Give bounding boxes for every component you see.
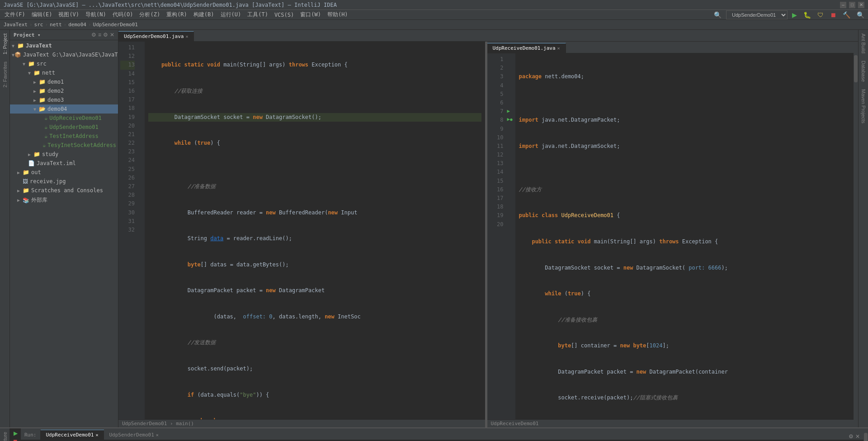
minimize-button[interactable]: – bbox=[840, 2, 846, 8]
tree-nett[interactable]: ▼ 📁 nett bbox=[10, 68, 118, 77]
tree-demo1[interactable]: ▶ 📁 demo1 bbox=[10, 77, 118, 86]
menu-file[interactable]: 文件(F) bbox=[2, 10, 28, 19]
project-panel-tab[interactable]: 1: Project bbox=[1, 32, 9, 56]
run-tab-receiver-label: UdpReceiveDemo01 bbox=[46, 432, 94, 438]
bottom-scrollbar[interactable] bbox=[863, 428, 868, 441]
tree-out[interactable]: ▶ 📁 out bbox=[10, 168, 118, 177]
find-button[interactable]: 🔍 bbox=[855, 10, 866, 19]
sender-editor: 11 12 13 14 15 16 17 18 19 20 21 22 23 2… bbox=[118, 42, 486, 427]
tree-demo2[interactable]: ▶ 📁 demo2 bbox=[10, 86, 118, 95]
maximize-button[interactable]: □ bbox=[849, 2, 855, 8]
tab-sender-close[interactable]: ✕ bbox=[185, 34, 188, 39]
receiver-breadcrumb-text: UdpReceiveDemo01 bbox=[491, 421, 539, 427]
breadcrumb-nett[interactable]: nett bbox=[50, 22, 62, 28]
sender-gutter: · · · · · · · · · · · · · · · bbox=[138, 42, 145, 419]
breadcrumb-demo04[interactable]: demo04 bbox=[68, 22, 86, 28]
bottom-panel-inner: 7: Structure ▶ ⏹ ⏸ ⬇ 🗑 ⬇ Run: UdpReceive… bbox=[0, 428, 868, 441]
tree-study[interactable]: ▶ 📁 study bbox=[10, 150, 118, 159]
menu-navigate[interactable]: 导航(N) bbox=[83, 10, 109, 19]
sender-code-content[interactable]: public static void main(String[] args) t… bbox=[145, 42, 485, 419]
receiver-code-content[interactable]: package nett.demo04; import java.net.Dat… bbox=[515, 53, 854, 419]
run-with-coverage-button[interactable]: 🛡 bbox=[816, 10, 826, 19]
sidebar-close-button[interactable]: ✕ bbox=[110, 32, 114, 38]
tree-src[interactable]: ▼ 📁 src bbox=[10, 59, 118, 68]
tree-demo3[interactable]: ▶ 📁 demo3 bbox=[10, 95, 118, 104]
tree-receive-jpg[interactable]: ▶ 🖼 receive.jpg bbox=[10, 177, 118, 186]
sender-breadcrumb-text: UdpSenderDemo01 › main() bbox=[122, 421, 194, 427]
tree-external-libs[interactable]: ▶ 📚 外部库 bbox=[10, 195, 118, 205]
editor-scrollbar-thumb bbox=[854, 55, 858, 82]
menu-view[interactable]: 视图(V) bbox=[56, 10, 82, 19]
breadcrumb-javatext[interactable]: JavaText bbox=[4, 22, 28, 28]
project-tree: ▼ 📁 JavaText ▼ 📦 JavaText G:\Java\JavaSE… bbox=[10, 40, 118, 427]
run-tab-receiver[interactable]: UdpReceiveDemo01 ✕ bbox=[41, 430, 104, 440]
receiver-tabs-bar: UdpReceiveDemo01.java ✕ bbox=[487, 42, 854, 53]
run-tab-sender-close[interactable]: ✕ bbox=[156, 432, 159, 437]
close-button[interactable]: ✕ bbox=[858, 2, 864, 8]
sidebar-settings-button[interactable]: ⚙ bbox=[103, 32, 108, 38]
run-tab-receiver-close[interactable]: ✕ bbox=[95, 432, 98, 437]
sender-code-body[interactable]: 11 12 13 14 15 16 17 18 19 20 21 22 23 2… bbox=[118, 42, 485, 419]
tab-sender-label: UdpSenderDemo01.java bbox=[124, 33, 184, 39]
ant-build-tab[interactable]: Ant Build bbox=[860, 32, 867, 55]
sidebar-header: Project ▾ ⚙ ≡ ⚙ ✕ bbox=[10, 30, 118, 40]
build-button[interactable]: 🔨 bbox=[841, 10, 852, 19]
menu-help[interactable]: 帮助(H) bbox=[325, 10, 351, 19]
tree-javatext[interactable]: ▼ 📁 JavaText bbox=[10, 41, 118, 50]
maven-projects-tab[interactable]: Maven Projects bbox=[860, 87, 867, 125]
tree-udpsender[interactable]: ▶ ☕ UdpSenderDemo01 bbox=[10, 123, 118, 132]
menu-analyze[interactable]: 分析(Z) bbox=[137, 10, 163, 19]
right-panel-tabs: Ant Build Database Maven Projects bbox=[858, 30, 868, 427]
tree-scratches[interactable]: ▶ 📁 Scratches and Consoles bbox=[10, 186, 118, 195]
structure-tab: 7: Structure bbox=[0, 428, 10, 441]
menu-run[interactable]: 运行(U) bbox=[218, 10, 244, 19]
run-button[interactable]: ▶ bbox=[790, 10, 799, 19]
structure-panel-tab[interactable]: 7: Structure bbox=[1, 430, 9, 441]
menu-edit[interactable]: 编辑(E) bbox=[29, 10, 55, 19]
tab-receiver-close[interactable]: ✕ bbox=[557, 46, 560, 51]
tree-tesyinetsocket[interactable]: ▶ ☕ TesyInetSocketAddress bbox=[10, 141, 118, 150]
run-tab-sender[interactable]: UdpSenderDemo01 ✕ bbox=[104, 430, 164, 440]
tree-testinetaddress[interactable]: ▶ ☕ TestInetAddress bbox=[10, 132, 118, 141]
run-panel-label: Run: bbox=[21, 430, 41, 440]
title-bar: JavaSE [G:\Java\JavaSE] – ...\JavaText\s… bbox=[0, 0, 868, 10]
menu-vcs[interactable]: VCS(S) bbox=[272, 11, 297, 19]
editor-area: UdpSenderDemo01.java ✕ 11 12 13 14 15 16… bbox=[118, 30, 858, 427]
tab-receiver-label: UdpReceiveDemo01.java bbox=[493, 45, 556, 51]
search-everywhere-button[interactable]: 🔍 bbox=[712, 10, 723, 19]
receiver-editor: UdpReceiveDemo01.java ✕ 1 2 3 4 5 6 7 8 bbox=[487, 42, 854, 427]
tree-javatext-root[interactable]: ▼ 📦 JavaText G:\Java\JavaSE\JavaText bbox=[10, 50, 118, 59]
stop-run-button[interactable]: ⏹ bbox=[13, 438, 18, 441]
tree-demo04[interactable]: ▼ 📂 demo04 bbox=[10, 104, 118, 114]
menu-tools[interactable]: 工具(T) bbox=[245, 10, 271, 19]
tree-udpreceive[interactable]: ▶ ☕ UdpReceiveDemo01 bbox=[10, 114, 118, 123]
menu-window[interactable]: 窗口(W) bbox=[297, 10, 324, 19]
receiver-code-body[interactable]: 1 2 3 4 5 6 7 8 9 10 11 12 13 14 bbox=[487, 53, 854, 419]
sidebar-sync-button[interactable]: ⚙ bbox=[91, 32, 96, 38]
breadcrumb-file[interactable]: UdpSenderDemo01 bbox=[93, 22, 138, 28]
debug-button[interactable]: 🐛 bbox=[802, 10, 813, 19]
run-tabs-right: ⚙ ✕ bbox=[849, 433, 863, 440]
favorites-panel-tab[interactable]: 2: Favorites bbox=[1, 60, 9, 89]
tab-receiver[interactable]: UdpReceiveDemo01.java ✕ bbox=[487, 43, 566, 53]
breadcrumb-src[interactable]: src bbox=[34, 22, 43, 28]
run-config-selector[interactable]: UdpSenderDemo01 bbox=[726, 10, 788, 19]
rerun-button[interactable]: ▶ bbox=[14, 430, 18, 436]
sender-breadcrumb: UdpSenderDemo01 › main() bbox=[118, 419, 485, 427]
database-tab[interactable]: Database bbox=[860, 59, 867, 84]
bottom-scrollbar-thumb bbox=[864, 433, 868, 441]
run-hide-button[interactable]: ✕ bbox=[855, 433, 860, 440]
sidebar-header-icons: ⚙ ≡ ⚙ ✕ bbox=[91, 32, 114, 38]
sidebar-collapse-button[interactable]: ≡ bbox=[98, 32, 101, 38]
menu-build[interactable]: 构建(B) bbox=[191, 10, 217, 19]
tree-javatext-iml[interactable]: ▶ 📄 JavaText.iml bbox=[10, 159, 118, 168]
receiver-gutter: · · · · · · ▶ ▶● · · · · · · · bbox=[507, 53, 515, 419]
menu-refactor[interactable]: 重构(R) bbox=[164, 10, 190, 19]
tab-sender[interactable]: UdpSenderDemo01.java ✕ bbox=[118, 31, 194, 41]
editor-scrollbar[interactable] bbox=[854, 42, 858, 427]
main-area: 1: Project 2: Favorites Project ▾ ⚙ ≡ ⚙ … bbox=[0, 30, 868, 427]
run-settings-button[interactable]: ⚙ bbox=[849, 433, 854, 440]
stop-button[interactable]: ⏹ bbox=[828, 10, 838, 19]
breadcrumb: JavaText › src › nett › demo04 › UdpSend… bbox=[0, 20, 868, 30]
menu-code[interactable]: 代码(O) bbox=[110, 10, 136, 19]
